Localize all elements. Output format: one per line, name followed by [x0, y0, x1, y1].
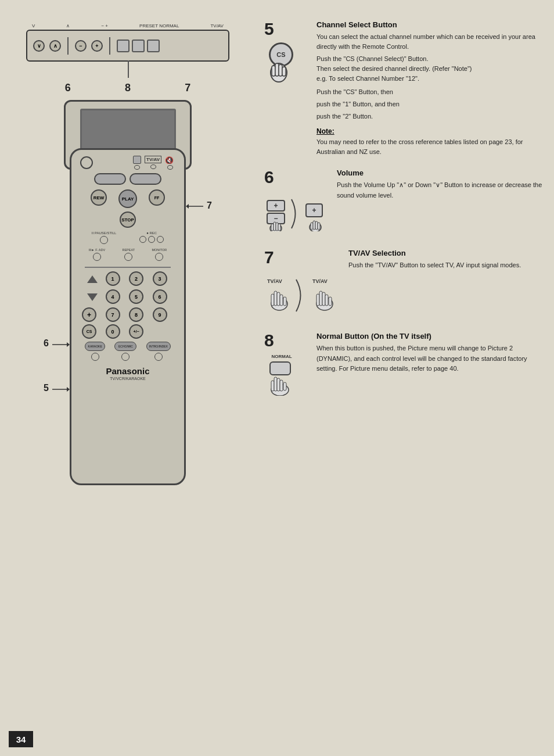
cs-icon: CS: [264, 42, 299, 83]
remote-rew-btn[interactable]: REW: [91, 189, 107, 206]
remote-karaoke-circle[interactable]: [91, 353, 99, 361]
cs-hand-icon: [267, 61, 290, 83]
remote-rec-btn2[interactable]: [148, 236, 155, 243]
remote-rec-btn1[interactable]: [139, 236, 146, 243]
remote-echodmic-circle[interactable]: [121, 353, 129, 361]
remote-cs-btn[interactable]: CS: [82, 324, 96, 339]
section-5-para4: e.g. To select Channel Number "12".: [316, 74, 545, 84]
right-panel: 5 CS Channel Select Button You can: [256, 0, 554, 756]
remote-introindex-circle[interactable]: [154, 353, 163, 361]
remote-power[interactable]: [80, 156, 93, 169]
arrow-7: [186, 200, 209, 212]
svg-rect-47: [280, 380, 283, 391]
remote-num-0[interactable]: 0: [106, 324, 120, 339]
remote-down-triangle[interactable]: [87, 293, 98, 301]
section-5-note-text: You may need to refer to the cross refer…: [316, 137, 545, 157]
svg-rect-33: [280, 295, 283, 306]
section-5-para6: push the "1" Button, and then: [316, 99, 545, 109]
section-7: 7 TV/AV: [264, 249, 545, 317]
vol-left-btn: + −: [264, 199, 290, 233]
remote-frameadv-btn[interactable]: [93, 253, 101, 261]
remote-num-7[interactable]: 7: [106, 307, 120, 322]
remote-echodmic-btn[interactable]: ECHO/MIC: [114, 342, 136, 351]
remote-stop-btn[interactable]: STOP: [120, 212, 136, 228]
remote-num-6[interactable]: 6: [153, 289, 167, 304]
remote-mute-circle: [167, 165, 173, 170]
remote-rec-btn3[interactable]: [157, 236, 164, 243]
remote-tv-indicators: TV/AV 🔇: [133, 156, 175, 170]
remote-up-triangle[interactable]: [87, 275, 98, 283]
remote-frameadv-label: III► F. ADV: [89, 248, 105, 252]
page-number: 34: [9, 731, 33, 747]
tv-tvav-btn[interactable]: [147, 40, 160, 52]
remote-introindex-btn[interactable]: INTRO/INDEX: [146, 342, 171, 351]
tvav-bracket: [293, 277, 306, 314]
section-6-icon-area: 6 + −: [264, 169, 328, 237]
remote-monitor-label: MONITOR: [152, 248, 167, 252]
normal-icon: NORMAL: [264, 354, 299, 397]
svg-rect-19: [276, 223, 278, 231]
svg-rect-9: [275, 63, 279, 76]
remote-karaoke-btn[interactable]: KARAOKE: [85, 342, 105, 351]
tvav-right: TV/AV: [310, 274, 340, 313]
svg-rect-10: [279, 65, 282, 76]
left-panel: V ∧ − + PRESET NORMAL TV/AV ∨ ∧ − +: [0, 0, 256, 756]
svg-rect-40: [325, 295, 328, 306]
remote-num-2[interactable]: 2: [129, 271, 143, 286]
svg-rect-18: [274, 222, 276, 231]
tv-btn-minus[interactable]: −: [75, 40, 87, 52]
remote-oval-right[interactable]: [129, 173, 161, 185]
remote-plusminus[interactable]: +/−: [129, 324, 143, 339]
section-7-body: Push the "TV/AV" Button to select TV, AV…: [348, 260, 545, 270]
remote-num-3[interactable]: 3: [153, 271, 167, 286]
remote-model: TV/VCR/KARAOKE: [77, 377, 178, 381]
remote-num-9[interactable]: 9: [153, 307, 167, 322]
tv-btn-up[interactable]: ∧: [49, 40, 61, 52]
tv-diagram: V ∧ − + PRESET NORMAL TV/AV ∨ ∧ − +: [17, 23, 238, 139]
section-8: 8 NORMAL: [264, 332, 545, 397]
remote-num-5[interactable]: 5: [129, 289, 143, 304]
remote-mute-icon[interactable]: 🔇: [165, 156, 175, 164]
remote-tvav-text[interactable]: TV/AV: [145, 156, 161, 163]
volume-bracket: [289, 196, 300, 231]
remote-tv-icon[interactable]: [133, 156, 141, 164]
remote-monitor-btn[interactable]: [155, 253, 163, 261]
svg-rect-45: [274, 377, 277, 391]
label-7: 7: [185, 82, 190, 94]
remote-pause-circle[interactable]: [100, 236, 108, 244]
remote-oval-left[interactable]: [94, 173, 126, 185]
section-8-text: Normal Button (On the TV itself) When th…: [316, 332, 545, 397]
remote-down-triangle-cell: [82, 289, 103, 305]
section-7-icon-area: 7 TV/AV: [264, 249, 340, 317]
remote-num-1[interactable]: 1: [106, 271, 120, 286]
remote-repeat-btn[interactable]: [124, 253, 132, 261]
section-5-text: Channel Select Button You can select the…: [316, 20, 545, 157]
svg-text:TV/AV: TV/AV: [267, 278, 282, 284]
label-6: 6: [65, 82, 71, 94]
remote-ff-btn[interactable]: FF: [149, 189, 165, 206]
tv-normal-btn[interactable]: [132, 40, 145, 52]
svg-rect-17: [271, 224, 274, 231]
section-6-body: Push the Volume Up "∧" or Down "∨" Butto…: [337, 180, 545, 200]
section-7-number: 7: [264, 249, 340, 266]
remote-plus-vol[interactable]: +: [82, 307, 96, 322]
remote-label-6: 6: [44, 338, 49, 349]
remote-play-btn[interactable]: PLAY: [118, 189, 137, 208]
svg-rect-41: [329, 297, 332, 306]
svg-rect-8: [272, 66, 275, 76]
section-5-title: Channel Select Button: [316, 20, 545, 29]
remote-wrapper: 7 6 5: [64, 148, 192, 485]
section-8-icon-area: 8 NORMAL: [264, 332, 308, 397]
svg-rect-24: [311, 223, 313, 230]
section-8-title: Normal Button (On the TV itself): [316, 332, 545, 341]
remote-num-8[interactable]: 8: [129, 307, 143, 322]
remote-num-4[interactable]: 4: [106, 289, 120, 304]
tv-preset-btn[interactable]: [117, 40, 129, 52]
svg-rect-32: [277, 292, 280, 306]
svg-text:+: +: [274, 202, 278, 210]
tv-btn-plus[interactable]: +: [91, 40, 103, 52]
tvav-icon: TV/AV: [264, 271, 340, 317]
tv-label-v: V: [32, 23, 35, 28]
tv-btn-v[interactable]: ∨: [33, 40, 45, 52]
label-8: 8: [125, 82, 131, 94]
